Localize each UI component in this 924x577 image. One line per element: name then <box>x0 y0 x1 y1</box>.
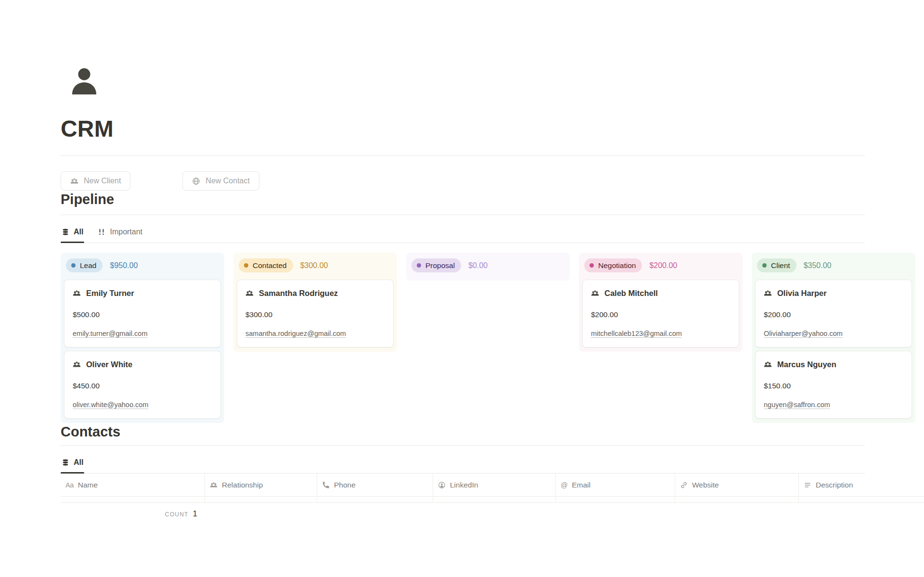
column-header: Negotiation $200.00 <box>582 256 739 276</box>
column-sum[interactable]: $350.00 <box>804 261 832 270</box>
column-sum[interactable]: $200.00 <box>649 261 677 270</box>
table-cell <box>433 497 556 502</box>
pipeline-card[interactable]: Oliver White $450.00 oliver.white@yahoo.… <box>64 351 221 419</box>
column-header-linkedin[interactable]: LinkedIn <box>433 474 556 496</box>
card-amount: $450.00 <box>73 381 212 390</box>
column-header: Lead $950.00 <box>64 256 221 276</box>
card-amount: $200.00 <box>591 310 731 319</box>
card-amount: $200.00 <box>764 310 903 319</box>
pipeline-card[interactable]: Marcus Nguyen $150.00 nguyen@saffron.com <box>755 351 912 419</box>
new-contact-button[interactable]: New Contact <box>182 171 259 191</box>
card-name: Samantha Rodriguez <box>259 288 338 298</box>
contacts-heading[interactable]: Contacts <box>61 423 924 440</box>
card-email[interactable]: samantha.rodriguez@gmail.com <box>245 329 346 338</box>
column-header-website[interactable]: Website <box>675 474 799 496</box>
people-icon <box>245 289 254 297</box>
card-name-row: Marcus Nguyen <box>764 359 903 370</box>
at-icon: @ <box>561 481 567 489</box>
tab-all[interactable]: All <box>61 222 84 243</box>
column-contacted: Contacted $300.00 Samantha Rodriguez $30… <box>233 253 397 352</box>
people-icon <box>764 360 772 369</box>
card-email[interactable]: emily.turner@gmail.com <box>73 329 147 338</box>
status-pill-lead[interactable]: Lead <box>66 258 103 272</box>
card-name-row: Caleb Mitchell <box>591 288 731 298</box>
tab-important[interactable]: Important <box>97 222 143 243</box>
card-name-row: Oliver White <box>73 359 212 370</box>
card-email[interactable]: nguyen@saffron.com <box>764 400 830 409</box>
card-email[interactable]: Oliviaharper@yahoo.com <box>764 329 843 338</box>
column-sum[interactable]: $300.00 <box>300 261 328 270</box>
status-label: Proposal <box>425 261 455 270</box>
person-circle-icon <box>438 481 446 489</box>
pipeline-heading[interactable]: Pipeline <box>61 191 924 208</box>
status-pill-negotiation[interactable]: Negotiation <box>584 258 642 272</box>
column-header-phone[interactable]: Phone <box>317 474 433 496</box>
page-title[interactable]: CRM <box>61 115 924 143</box>
card-name: Olivia Harper <box>777 288 827 298</box>
column-header-label: Website <box>692 481 719 489</box>
status-pill-proposal[interactable]: Proposal <box>411 258 461 272</box>
pipeline-card[interactable]: Emily Turner $500.00 emily.turner@gmail.… <box>64 280 221 347</box>
status-pill-contacted[interactable]: Contacted <box>239 258 293 272</box>
column-header-label: Description <box>816 481 853 489</box>
column-header-email[interactable]: @ Email <box>556 474 675 496</box>
table-calc-row: COUNT 1 <box>61 503 205 519</box>
column-proposal: Proposal $0.00 <box>406 253 570 281</box>
table-row <box>61 497 924 503</box>
status-label: Lead <box>80 261 96 270</box>
column-lead: Lead $950.00 Emily Turner $500.00 emily.… <box>61 253 224 423</box>
people-icon <box>73 360 81 369</box>
column-sum[interactable]: $0.00 <box>468 261 488 270</box>
divider <box>61 445 865 446</box>
column-client: Client $350.00 Olivia Harper $200.00 Oli… <box>752 253 915 423</box>
column-header-description[interactable]: Description <box>799 474 924 496</box>
card-email[interactable]: oliver.white@yahoo.com <box>73 400 148 409</box>
contacts-table: Aa Name Relationship Phone LinkedIn @ Em… <box>61 474 924 519</box>
status-dot <box>762 263 767 268</box>
new-client-button[interactable]: New Client <box>61 171 130 191</box>
status-label: Contacted <box>253 261 287 270</box>
card-name-row: Emily Turner <box>73 288 212 298</box>
table-cell <box>556 497 675 502</box>
crm-page: CRM New Client New Contact Pipeline All … <box>0 0 924 577</box>
status-label: Client <box>771 261 790 270</box>
card-email[interactable]: mitchellcaleb123@gmail.com <box>591 329 682 338</box>
status-pill-client[interactable]: Client <box>757 258 796 272</box>
divider <box>61 155 865 156</box>
pipeline-card[interactable]: Caleb Mitchell $200.00 mitchellcaleb123@… <box>582 280 739 347</box>
column-header-name[interactable]: Aa Name <box>61 474 205 496</box>
people-icon <box>591 289 599 297</box>
link-icon <box>680 481 688 489</box>
people-icon <box>210 481 218 489</box>
column-sum[interactable]: $950.00 <box>110 261 138 270</box>
table-cell <box>205 497 317 502</box>
people-icon <box>73 289 81 297</box>
column-negotiation: Negotiation $200.00 Caleb Mitchell $200.… <box>579 253 743 352</box>
person-icon[interactable] <box>67 65 101 99</box>
tab-important-label: Important <box>110 228 142 236</box>
count-value[interactable]: 1 <box>193 509 197 519</box>
new-contact-label: New Contact <box>205 177 250 185</box>
column-header-label: Email <box>572 481 590 489</box>
pipeline-board: Lead $950.00 Emily Turner $500.00 emily.… <box>61 253 924 423</box>
card-name: Emily Turner <box>86 288 134 298</box>
double-exclamation-icon <box>98 228 105 236</box>
tab-all[interactable]: All <box>61 453 84 473</box>
card-name: Marcus Nguyen <box>777 359 836 370</box>
database-icon <box>62 228 69 236</box>
pipeline-tabs: All Important <box>61 222 865 243</box>
new-client-label: New Client <box>84 177 121 185</box>
card-amount: $500.00 <box>73 310 212 319</box>
column-header-relationship[interactable]: Relationship <box>205 474 317 496</box>
status-dot <box>590 263 594 268</box>
pipeline-card[interactable]: Samantha Rodriguez $300.00 samantha.rodr… <box>237 280 394 347</box>
status-label: Negotiation <box>598 261 636 270</box>
text-Aa-icon: Aa <box>65 481 74 489</box>
status-dot <box>417 263 421 268</box>
pipeline-card[interactable]: Olivia Harper $200.00 Oliviaharper@yahoo… <box>755 280 912 347</box>
people-icon <box>764 289 772 297</box>
column-header: Proposal $0.00 <box>410 256 566 276</box>
people-icon <box>70 177 78 185</box>
count-label[interactable]: COUNT <box>165 511 189 518</box>
tab-all-label: All <box>74 228 83 236</box>
